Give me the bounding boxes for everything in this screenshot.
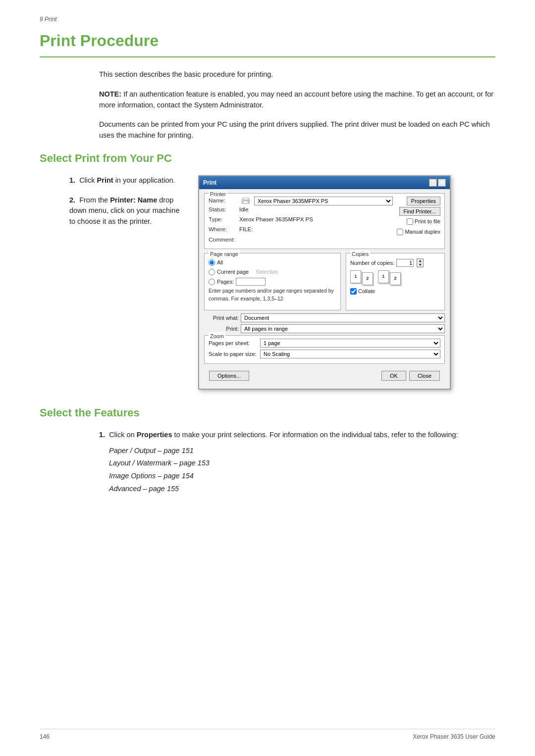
footer-page-num: 146 [40, 732, 50, 741]
feature-list-item-2: Layout / Watermark – page 153 [109, 458, 495, 469]
page-title: Print Procedure [40, 29, 495, 57]
step1-num: 1. [69, 176, 75, 184]
collate-icons: 1 2 [350, 270, 373, 285]
comment-label: Comment: [209, 236, 239, 244]
manual-duplex-label: Manual duplex [405, 228, 440, 236]
copies-col: Copies Number of copies: ▲ ▼ [346, 253, 445, 310]
step1-bold: Print [97, 176, 113, 184]
print-label: Print: [204, 325, 239, 333]
collate-checkbox[interactable] [350, 288, 357, 295]
collate-page-1: 1 [350, 270, 361, 283]
type-row: Type: Xerox Phaser 3635MFPX PS [209, 215, 393, 224]
copies-up-button[interactable]: ▲ [417, 259, 423, 263]
where-label: Where: [209, 225, 239, 234]
footer-doc-title: Xerox Phaser 3635 User Guide [413, 732, 495, 741]
page-range-section: Page range All Current page Selection [204, 253, 341, 310]
find-printer-button[interactable]: Find Printer... [399, 207, 440, 216]
radio-all[interactable] [209, 259, 215, 266]
printer-name-select[interactable]: Xerox Phaser 3635MFPX PS [254, 197, 393, 205]
print-what-select[interactable]: Document [241, 313, 445, 322]
scale-row: Scale to paper size: No Scaling [209, 350, 440, 358]
feature-list-item-1: Paper / Output – page 151 [109, 446, 495, 456]
copies-section: Copies Number of copies: ▲ ▼ [346, 253, 445, 310]
status-value: Idle [239, 205, 393, 214]
section2-title: Select the Features [40, 404, 495, 421]
pages-per-sheet-row: Pages per sheet: 1 page [209, 339, 440, 348]
printer-section-label: Printer [209, 190, 227, 199]
svg-point-3 [248, 201, 249, 202]
collate-page-4: 2 [390, 272, 401, 285]
num-copies-row: Number of copies: ▲ ▼ [350, 258, 440, 267]
print-what-row: Print what: Document [204, 313, 445, 322]
print-to-file-row: Print to file [407, 217, 440, 226]
radio-pages-label: Pages: [217, 278, 234, 286]
copies-spinner[interactable]: ▲ ▼ [417, 258, 424, 267]
ok-button[interactable]: OK [381, 371, 406, 381]
footer-right-buttons: OK Close [381, 371, 440, 381]
features-step1-num: 1. [99, 431, 105, 439]
num-copies-label: Number of copies: [350, 259, 394, 267]
features-step-1: 1. Click on Properties to make your prin… [99, 430, 495, 441]
features-steps: 1. Click on Properties to make your prin… [99, 430, 495, 495]
printer-info-area: Name: Xerox Phaser 3635MFPX PS [209, 197, 393, 246]
properties-button[interactable]: Properties [407, 197, 440, 205]
where-value: FILE: [239, 225, 393, 234]
dialog-footer: Options... OK Close [204, 368, 445, 385]
note-label: NOTE: [99, 90, 121, 98]
intro-text: This section describes the basic procedu… [99, 69, 495, 80]
radio-pages-row: Pages: [209, 278, 336, 286]
dialog-body: Printer Name: [199, 189, 450, 389]
collate-label: Collate [358, 287, 375, 296]
radio-all-row: All [209, 258, 336, 267]
zoom-section-label: Zoom [209, 332, 225, 341]
features-section: Select the Features 1. Click on Properti… [40, 404, 495, 495]
status-label: Status: [209, 205, 239, 214]
status-row: Status: Idle [209, 205, 393, 214]
printer-name-row: Name: Xerox Phaser 3635MFPX PS [209, 197, 393, 205]
collate-checkbox-row: Collate [350, 287, 440, 296]
type-label: Type: [209, 215, 239, 224]
options-button[interactable]: Options... [209, 371, 249, 381]
collate-page-3: 1 [378, 270, 389, 283]
page-range-copies-container: Page range All Current page Selection [204, 253, 445, 310]
radio-current-row: Current page Selection [209, 268, 336, 276]
print-options-container: Print what: Document Print: All pages in… [204, 313, 445, 333]
print-to-file-checkbox[interactable] [407, 218, 413, 225]
features-step1-text-pre: Click on [109, 431, 137, 439]
dialog-close-x-button[interactable]: ✕ [438, 179, 446, 187]
features-step1-bold: Properties [137, 431, 172, 439]
printer-icon [241, 198, 250, 204]
scale-select[interactable]: No Scaling [260, 350, 440, 358]
close-dialog-button[interactable]: Close [409, 371, 440, 381]
selection-label: Selection [256, 268, 278, 276]
copies-down-button[interactable]: ▼ [417, 263, 423, 267]
pages-per-sheet-select[interactable]: 1 page [260, 339, 440, 348]
note-text: NOTE: If an authentication feature is en… [99, 89, 495, 111]
svg-rect-1 [243, 198, 249, 200]
comment-row: Comment: [209, 236, 393, 244]
radio-current[interactable] [209, 269, 215, 275]
steps-list: 1. Click Print in your application. 2. F… [69, 175, 183, 236]
type-value: Xerox Phaser 3635MFPX PS [239, 215, 393, 224]
radio-pages[interactable] [209, 279, 215, 285]
step2-bold: Printer: Name [110, 196, 157, 204]
print-what-label: Print what: [204, 314, 239, 322]
num-copies-input[interactable] [396, 259, 414, 267]
print-select[interactable]: All pages in range [241, 324, 445, 333]
dialog-titlebar: Print ? ✕ [199, 176, 450, 189]
step-2: 2. From the Printer: Name drop down menu… [69, 195, 183, 227]
dialog-help-button[interactable]: ? [429, 179, 437, 187]
hint-text: Enter page numbers and/or page ranges se… [209, 287, 336, 303]
printer-info-container: Name: Xerox Phaser 3635MFPX PS [209, 197, 440, 246]
dialog-titlebar-buttons: ? ✕ [429, 179, 446, 187]
where-row: Where: FILE: [209, 225, 393, 234]
dialog-title: Print [203, 178, 216, 187]
pages-input[interactable] [236, 278, 266, 286]
collate-area: 1 2 1 2 [350, 270, 440, 285]
section1-title: Select Print from Your PC [40, 150, 495, 166]
print-row: Print: All pages in range [204, 324, 445, 333]
manual-duplex-checkbox[interactable] [397, 229, 403, 235]
step-1: 1. Click Print in your application. [69, 175, 183, 186]
features-step1-text-post: to make your print selections. For infor… [172, 431, 458, 439]
right-buttons: Properties Find Printer... Print to file… [397, 197, 440, 246]
